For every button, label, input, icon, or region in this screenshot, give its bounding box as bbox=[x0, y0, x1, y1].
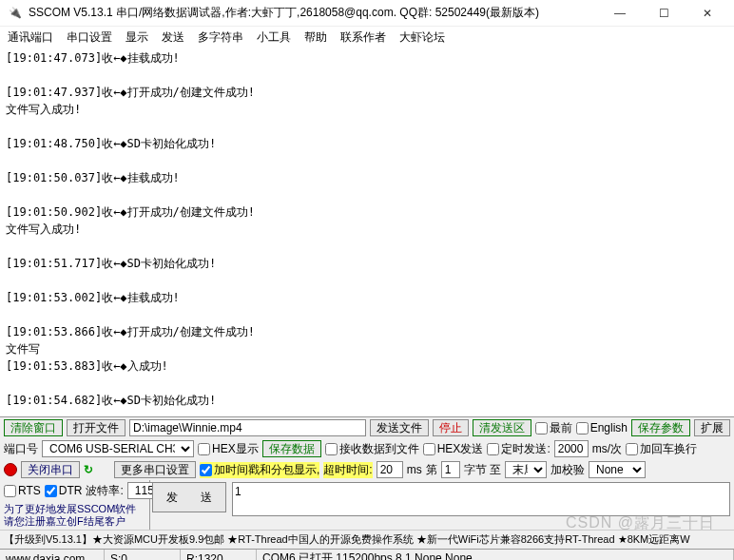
menu-send[interactable]: 发送 bbox=[162, 29, 184, 46]
titlebar: 🔌 SSCOM V5.13.1 串口/网络数据调试器,作者:大虾丁丁,26180… bbox=[0, 0, 734, 27]
port-label: 端口号 bbox=[4, 441, 38, 457]
menu-serial-settings[interactable]: 串口设置 bbox=[67, 29, 112, 46]
status-url[interactable]: www.daxia.com bbox=[0, 550, 105, 560]
open-file-button[interactable]: 打开文件 bbox=[67, 419, 126, 436]
window-title: SSCOM V5.13.1 串口/网络数据调试器,作者:大虾丁丁,2618058… bbox=[29, 5, 607, 21]
checksum-select[interactable]: None bbox=[589, 461, 646, 478]
log-output[interactable]: [19:01:47.073]收←◆挂载成功! [19:01:47.937]收←◆… bbox=[0, 48, 734, 416]
hex-send-checkbox[interactable]: HEX发送 bbox=[423, 441, 484, 457]
save-data-button[interactable]: 保存数据 bbox=[262, 440, 321, 457]
byte-label: 字节 至 bbox=[464, 462, 501, 478]
no-label: 第 bbox=[426, 462, 437, 478]
extend-button[interactable]: 扩展 bbox=[694, 419, 730, 436]
send-button[interactable]: 发 送 bbox=[152, 482, 226, 512]
menu-tools[interactable]: 小工具 bbox=[257, 29, 291, 46]
clear-window-button[interactable]: 清除窗口 bbox=[4, 419, 63, 436]
more-settings-button[interactable]: 更多串口设置 bbox=[114, 461, 196, 478]
menubar: 通讯端口 串口设置 显示 发送 多字符串 小工具 帮助 联系作者 大虾论坛 bbox=[0, 27, 734, 48]
recv-to-file-checkbox[interactable]: 接收数据到文件 bbox=[325, 441, 419, 457]
app-icon: 🔌 bbox=[8, 6, 23, 21]
send-file-button[interactable]: 发送文件 bbox=[370, 419, 429, 436]
interval-input[interactable] bbox=[554, 440, 589, 457]
menu-contact[interactable]: 联系作者 bbox=[340, 29, 386, 46]
close-port-button[interactable]: 关闭串口 bbox=[21, 461, 80, 478]
status-recv: R:1320 bbox=[181, 550, 257, 560]
timestamp-checkbox[interactable]: 加时间戳和分包显示, bbox=[200, 462, 319, 478]
promo-text: 为了更好地发展SSCOM软件 请您注册嘉立创F结尾客户 bbox=[0, 501, 149, 530]
timed-send-checkbox[interactable]: 定时发送: bbox=[487, 441, 550, 457]
clear-send-button[interactable]: 清发送区 bbox=[473, 419, 531, 436]
stop-button[interactable]: 停止 bbox=[433, 419, 469, 436]
topmost-checkbox[interactable]: 最前 bbox=[535, 420, 572, 436]
baud-label: 波特率: bbox=[86, 483, 123, 499]
status-sent: S:0 bbox=[105, 550, 181, 560]
hex-display-checkbox[interactable]: HEX显示 bbox=[198, 441, 259, 457]
ms-label2: ms bbox=[407, 463, 422, 476]
maximize-button[interactable]: ☐ bbox=[650, 7, 677, 20]
minimize-button[interactable]: — bbox=[607, 7, 633, 20]
status-bar: www.daxia.com S:0 R:1320 COM6 已打开 115200… bbox=[0, 549, 734, 560]
rts-checkbox[interactable]: RTS bbox=[4, 484, 41, 497]
refresh-icon[interactable]: ↻ bbox=[84, 463, 93, 476]
english-checkbox[interactable]: English bbox=[576, 421, 628, 434]
crlf-checkbox[interactable]: 加回车换行 bbox=[626, 441, 697, 457]
record-icon[interactable] bbox=[4, 463, 17, 476]
menu-multistring[interactable]: 多字符串 bbox=[198, 29, 243, 46]
window-controls: — ☐ ✕ bbox=[607, 7, 726, 20]
menu-port[interactable]: 通讯端口 bbox=[8, 29, 53, 46]
byte-from-input[interactable] bbox=[441, 461, 460, 478]
status-com: COM6 已打开 115200bps,8,1,None,None bbox=[257, 550, 734, 560]
file-path-input[interactable] bbox=[129, 419, 366, 436]
close-button[interactable]: ✕ bbox=[694, 7, 721, 20]
port-select[interactable]: COM6 USB-SERIAL CH340 bbox=[42, 440, 194, 457]
dtr-checkbox[interactable]: DTR bbox=[45, 484, 83, 497]
timeout-input[interactable] bbox=[377, 461, 403, 478]
promo-bar: 【升级到V5.13.1】★大资源MCU开发板9.9包邮 ★RT-Thread中国… bbox=[0, 530, 734, 549]
checksum-label: 加校验 bbox=[550, 462, 585, 478]
menu-display[interactable]: 显示 bbox=[126, 29, 148, 46]
save-params-button[interactable]: 保存参数 bbox=[631, 419, 690, 436]
byte-to-select[interactable]: 末尾 bbox=[505, 461, 547, 478]
ms-label: ms/次 bbox=[592, 441, 622, 457]
control-panel: 清除窗口 打开文件 发送文件 停止 清发送区 最前 English 保存参数 扩… bbox=[0, 416, 734, 530]
timeout-label: 超时时间: bbox=[323, 462, 372, 478]
menu-help[interactable]: 帮助 bbox=[304, 29, 327, 46]
send-textarea[interactable]: 1 bbox=[232, 482, 730, 516]
menu-forum[interactable]: 大虾论坛 bbox=[399, 29, 445, 46]
